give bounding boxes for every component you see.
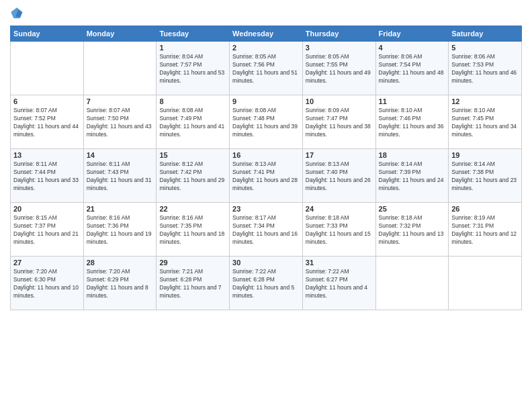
- day-number: 10: [306, 97, 373, 105]
- day-number: 25: [379, 205, 446, 213]
- day-info: Sunrise: 8:05 AMSunset: 7:55 PMDaylight:…: [306, 53, 373, 85]
- day-info: Sunrise: 8:07 AMSunset: 7:52 PMDaylight:…: [13, 107, 81, 139]
- weekday-header-row: SundayMondayTuesdayWednesdayThursdayFrid…: [11, 26, 522, 42]
- day-number: 27: [13, 259, 81, 267]
- day-number: 11: [379, 97, 446, 105]
- day-number: 16: [232, 151, 300, 159]
- calendar-cell: 21Sunrise: 8:16 AMSunset: 7:36 PMDayligh…: [83, 203, 157, 257]
- day-number: 4: [379, 44, 446, 52]
- weekday-thursday: Thursday: [302, 26, 375, 42]
- calendar-cell: 29Sunrise: 7:21 AMSunset: 6:28 PMDayligh…: [157, 257, 230, 310]
- day-number: 31: [306, 259, 373, 267]
- day-info: Sunrise: 8:16 AMSunset: 7:36 PMDaylight:…: [87, 214, 154, 246]
- calendar-cell: 25Sunrise: 8:18 AMSunset: 7:32 PMDayligh…: [375, 203, 449, 257]
- week-row-5: 27Sunrise: 7:20 AMSunset: 6:30 PMDayligh…: [11, 257, 522, 310]
- calendar-cell: 22Sunrise: 8:16 AMSunset: 7:35 PMDayligh…: [157, 203, 230, 257]
- day-info: Sunrise: 8:12 AMSunset: 7:42 PMDaylight:…: [159, 161, 226, 193]
- calendar-cell: 5Sunrise: 8:06 AMSunset: 7:53 PMDaylight…: [449, 42, 522, 95]
- day-info: Sunrise: 8:19 AMSunset: 7:31 PMDaylight:…: [451, 214, 519, 246]
- calendar-cell: 31Sunrise: 7:22 AMSunset: 6:27 PMDayligh…: [302, 257, 375, 310]
- day-number: 9: [232, 97, 300, 105]
- calendar-cell: 12Sunrise: 8:10 AMSunset: 7:45 PMDayligh…: [449, 95, 522, 149]
- calendar-cell: 19Sunrise: 8:14 AMSunset: 7:38 PMDayligh…: [449, 149, 522, 203]
- calendar-cell: 26Sunrise: 8:19 AMSunset: 7:31 PMDayligh…: [449, 203, 522, 257]
- day-info: Sunrise: 8:15 AMSunset: 7:37 PMDaylight:…: [13, 214, 81, 246]
- day-number: 20: [13, 205, 81, 213]
- calendar-cell: 10Sunrise: 8:09 AMSunset: 7:47 PMDayligh…: [302, 95, 375, 149]
- calendar-cell: 7Sunrise: 8:07 AMSunset: 7:50 PMDaylight…: [83, 95, 157, 149]
- header: [10, 7, 522, 20]
- week-row-3: 13Sunrise: 8:11 AMSunset: 7:44 PMDayligh…: [11, 149, 522, 203]
- day-info: Sunrise: 8:11 AMSunset: 7:44 PMDaylight:…: [13, 161, 81, 193]
- day-info: Sunrise: 8:11 AMSunset: 7:43 PMDaylight:…: [87, 161, 154, 193]
- day-number: 19: [451, 151, 519, 159]
- day-info: Sunrise: 7:20 AMSunset: 6:29 PMDaylight:…: [87, 268, 154, 300]
- calendar-cell: [375, 257, 449, 310]
- calendar-cell: 27Sunrise: 7:20 AMSunset: 6:30 PMDayligh…: [11, 257, 84, 310]
- day-info: Sunrise: 8:08 AMSunset: 7:48 PMDaylight:…: [232, 107, 300, 139]
- day-number: 30: [232, 259, 300, 267]
- week-row-1: 1Sunrise: 8:04 AMSunset: 7:57 PMDaylight…: [11, 42, 522, 95]
- calendar-cell: 28Sunrise: 7:20 AMSunset: 6:29 PMDayligh…: [83, 257, 157, 310]
- calendar-cell: 23Sunrise: 8:17 AMSunset: 7:34 PMDayligh…: [230, 203, 303, 257]
- day-info: Sunrise: 8:16 AMSunset: 7:35 PMDaylight:…: [159, 214, 226, 246]
- calendar-cell: 1Sunrise: 8:04 AMSunset: 7:57 PMDaylight…: [157, 42, 230, 95]
- weekday-tuesday: Tuesday: [157, 26, 230, 42]
- day-number: 6: [13, 97, 81, 105]
- day-info: Sunrise: 8:06 AMSunset: 7:53 PMDaylight:…: [451, 53, 519, 85]
- calendar-cell: 4Sunrise: 8:06 AMSunset: 7:54 PMDaylight…: [375, 42, 449, 95]
- calendar-cell: 6Sunrise: 8:07 AMSunset: 7:52 PMDaylight…: [11, 95, 84, 149]
- day-number: 12: [451, 97, 519, 105]
- day-info: Sunrise: 8:13 AMSunset: 7:40 PMDaylight:…: [306, 161, 373, 193]
- calendar-cell: 17Sunrise: 8:13 AMSunset: 7:40 PMDayligh…: [302, 149, 375, 203]
- calendar-cell: 8Sunrise: 8:08 AMSunset: 7:49 PMDaylight…: [157, 95, 230, 149]
- weekday-saturday: Saturday: [449, 26, 522, 42]
- day-info: Sunrise: 8:06 AMSunset: 7:54 PMDaylight:…: [379, 53, 446, 85]
- day-number: 28: [87, 259, 154, 267]
- weekday-wednesday: Wednesday: [230, 26, 303, 42]
- day-number: 18: [379, 151, 446, 159]
- calendar-cell: 14Sunrise: 8:11 AMSunset: 7:43 PMDayligh…: [83, 149, 157, 203]
- weekday-friday: Friday: [375, 26, 449, 42]
- weekday-sunday: Sunday: [11, 26, 84, 42]
- day-number: 13: [13, 151, 81, 159]
- day-number: 22: [159, 205, 226, 213]
- calendar-cell: [11, 42, 84, 95]
- calendar-cell: [83, 42, 157, 95]
- day-info: Sunrise: 8:05 AMSunset: 7:56 PMDaylight:…: [232, 53, 300, 85]
- day-number: 2: [232, 44, 300, 52]
- day-info: Sunrise: 8:18 AMSunset: 7:32 PMDaylight:…: [379, 214, 446, 246]
- calendar-cell: 20Sunrise: 8:15 AMSunset: 7:37 PMDayligh…: [11, 203, 84, 257]
- page: SundayMondayTuesdayWednesdayThursdayFrid…: [0, 0, 532, 411]
- day-info: Sunrise: 8:04 AMSunset: 7:57 PMDaylight:…: [159, 53, 226, 85]
- day-number: 7: [87, 97, 154, 105]
- calendar-cell: 16Sunrise: 8:13 AMSunset: 7:41 PMDayligh…: [230, 149, 303, 203]
- week-row-2: 6Sunrise: 8:07 AMSunset: 7:52 PMDaylight…: [11, 95, 522, 149]
- calendar-cell: [449, 257, 522, 310]
- calendar-cell: 2Sunrise: 8:05 AMSunset: 7:56 PMDaylight…: [230, 42, 303, 95]
- week-row-4: 20Sunrise: 8:15 AMSunset: 7:37 PMDayligh…: [11, 203, 522, 257]
- logo-icon: [10, 7, 24, 20]
- day-number: 17: [306, 151, 373, 159]
- day-info: Sunrise: 7:20 AMSunset: 6:30 PMDaylight:…: [13, 268, 81, 300]
- day-info: Sunrise: 8:14 AMSunset: 7:39 PMDaylight:…: [379, 161, 446, 193]
- day-number: 21: [87, 205, 154, 213]
- calendar-cell: 11Sunrise: 8:10 AMSunset: 7:46 PMDayligh…: [375, 95, 449, 149]
- day-info: Sunrise: 8:08 AMSunset: 7:49 PMDaylight:…: [159, 107, 226, 139]
- day-info: Sunrise: 8:14 AMSunset: 7:38 PMDaylight:…: [451, 161, 519, 193]
- logo: [10, 7, 26, 20]
- day-info: Sunrise: 8:07 AMSunset: 7:50 PMDaylight:…: [87, 107, 154, 139]
- day-number: 5: [451, 44, 519, 52]
- day-number: 3: [306, 44, 373, 52]
- day-number: 29: [159, 259, 226, 267]
- day-info: Sunrise: 7:21 AMSunset: 6:28 PMDaylight:…: [159, 268, 226, 300]
- day-info: Sunrise: 8:10 AMSunset: 7:45 PMDaylight:…: [451, 107, 519, 139]
- calendar-table: SundayMondayTuesdayWednesdayThursdayFrid…: [10, 26, 522, 310]
- day-number: 23: [232, 205, 300, 213]
- calendar-cell: 15Sunrise: 8:12 AMSunset: 7:42 PMDayligh…: [157, 149, 230, 203]
- calendar-cell: 30Sunrise: 7:22 AMSunset: 6:28 PMDayligh…: [230, 257, 303, 310]
- calendar-cell: 24Sunrise: 8:18 AMSunset: 7:33 PMDayligh…: [302, 203, 375, 257]
- day-info: Sunrise: 8:09 AMSunset: 7:47 PMDaylight:…: [306, 107, 373, 139]
- day-info: Sunrise: 7:22 AMSunset: 6:27 PMDaylight:…: [306, 268, 373, 300]
- calendar-cell: 9Sunrise: 8:08 AMSunset: 7:48 PMDaylight…: [230, 95, 303, 149]
